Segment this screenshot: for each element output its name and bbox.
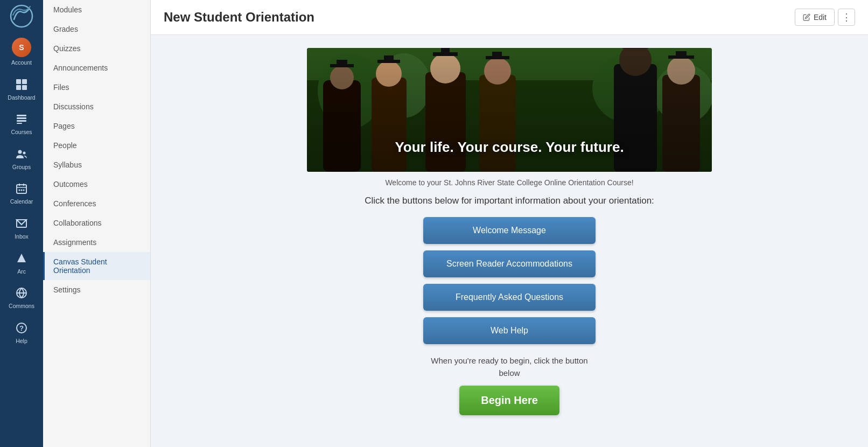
page-header: New Student Orientation Edit ⋮: [151, 0, 868, 35]
svg-rect-11: [17, 185, 26, 193]
svg-marker-19: [17, 254, 26, 262]
help-label: Help: [16, 338, 27, 345]
ready-text: When you're ready to begin, click the bu…: [431, 355, 587, 379]
svg-rect-3: [16, 85, 21, 90]
groups-icon: [14, 146, 29, 162]
orientation-buttons: Welcome Message Screen Reader Accommodat…: [423, 217, 596, 344]
commons-icon: [14, 285, 29, 301]
inbox-label: Inbox: [15, 233, 29, 240]
svg-rect-2: [22, 79, 27, 84]
global-navigation: S Account Dashboard Courses: [0, 0, 43, 447]
edit-button[interactable]: Edit: [795, 9, 835, 26]
page-title: New Student Orientation: [164, 10, 314, 25]
svg-rect-4: [22, 85, 27, 90]
content-area: Your life. Your course. Your future. Wel…: [151, 35, 868, 428]
groups-label: Groups: [12, 164, 31, 171]
calendar-label: Calendar: [10, 198, 33, 205]
main-content: New Student Orientation Edit ⋮: [151, 0, 868, 447]
sidebar-item-help[interactable]: ? Help: [0, 315, 43, 350]
svg-point-10: [23, 151, 26, 154]
dashboard-label: Dashboard: [8, 94, 35, 101]
svg-point-15: [19, 190, 20, 191]
sidebar-item-commons[interactable]: Commons: [0, 280, 43, 315]
web-help-button[interactable]: Web Help: [423, 317, 596, 344]
commons-label: Commons: [9, 303, 34, 310]
account-label: Account: [11, 59, 32, 66]
sidebar-item-groups[interactable]: Groups: [0, 141, 43, 176]
course-nav-people[interactable]: People: [43, 136, 150, 155]
hero-image: Your life. Your course. Your future.: [307, 48, 712, 172]
header-actions: Edit ⋮: [795, 9, 855, 26]
arc-icon: [14, 251, 29, 266]
arc-label: Arc: [17, 268, 26, 275]
sidebar-item-calendar[interactable]: Calendar: [0, 176, 43, 211]
sidebar-item-account[interactable]: S Account: [0, 32, 43, 72]
sidebar-item-courses[interactable]: Courses: [0, 106, 43, 141]
begin-here-button[interactable]: Begin Here: [459, 386, 559, 415]
dashboard-icon: [14, 77, 29, 92]
welcome-message-button[interactable]: Welcome Message: [423, 217, 596, 244]
course-navigation: Modules Grades Quizzes Announcements Fil…: [43, 0, 151, 447]
course-nav-syllabus[interactable]: Syllabus: [43, 155, 150, 174]
canvas-logo[interactable]: [0, 0, 43, 32]
welcome-text: Welcome to your St. Johns River State Co…: [385, 178, 633, 187]
edit-label: Edit: [814, 13, 827, 22]
pencil-icon: [803, 13, 810, 21]
sidebar-item-arc[interactable]: Arc: [0, 246, 43, 281]
course-nav-collaborations[interactable]: Collaborations: [43, 213, 150, 233]
svg-rect-5: [17, 115, 26, 116]
hero-text: Your life. Your course. Your future.: [395, 139, 624, 156]
svg-point-16: [21, 190, 23, 191]
calendar-icon: [14, 181, 29, 196]
courses-icon: [14, 111, 29, 127]
course-nav-outcomes[interactable]: Outcomes: [43, 174, 150, 194]
course-nav-settings[interactable]: Settings: [43, 280, 150, 299]
faq-button[interactable]: Frequently Asked Questions: [423, 284, 596, 311]
svg-point-9: [18, 150, 22, 153]
svg-text:?: ?: [19, 324, 24, 332]
screen-reader-button[interactable]: Screen Reader Accommodations: [423, 250, 596, 277]
more-options-button[interactable]: ⋮: [838, 9, 855, 26]
inbox-icon: [14, 216, 29, 231]
sidebar-item-inbox[interactable]: Inbox: [0, 211, 43, 246]
account-avatar: S: [12, 38, 31, 57]
click-instruction-text: Click the buttons below for important in…: [365, 195, 654, 206]
course-nav-canvas-student-orientation[interactable]: Canvas Student Orientation: [43, 252, 150, 280]
course-nav-discussions[interactable]: Discussions: [43, 97, 150, 116]
svg-rect-7: [17, 120, 26, 122]
svg-rect-1: [16, 79, 21, 84]
course-nav-pages[interactable]: Pages: [43, 116, 150, 136]
course-nav-announcements[interactable]: Announcements: [43, 58, 150, 78]
svg-rect-8: [17, 123, 22, 124]
course-nav-files[interactable]: Files: [43, 78, 150, 97]
course-nav-quizzes[interactable]: Quizzes: [43, 39, 150, 58]
course-nav-assignments[interactable]: Assignments: [43, 233, 150, 252]
svg-point-17: [23, 190, 25, 191]
svg-rect-6: [17, 117, 26, 119]
sidebar-item-dashboard[interactable]: Dashboard: [0, 72, 43, 107]
courses-label: Courses: [11, 129, 32, 136]
help-icon: ?: [14, 320, 29, 336]
course-nav-modules[interactable]: Modules: [43, 0, 150, 19]
course-nav-grades[interactable]: Grades: [43, 19, 150, 39]
course-nav-conferences[interactable]: Conferences: [43, 194, 150, 213]
